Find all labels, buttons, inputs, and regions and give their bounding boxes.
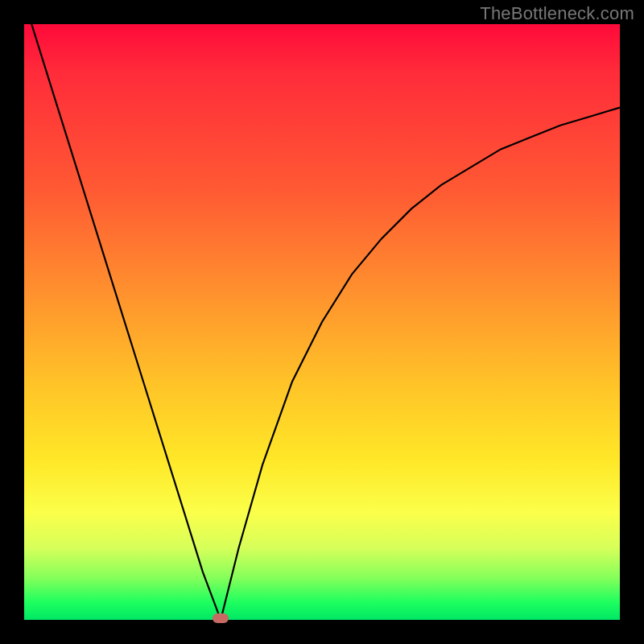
chart-frame: TheBottleneck.com xyxy=(0,0,644,644)
plot-area xyxy=(24,24,620,620)
bottleneck-curve xyxy=(24,24,620,620)
curve-left-branch xyxy=(24,0,221,620)
minimum-marker xyxy=(213,613,229,623)
curve-right-branch xyxy=(221,108,620,620)
watermark-text: TheBottleneck.com xyxy=(480,3,634,24)
